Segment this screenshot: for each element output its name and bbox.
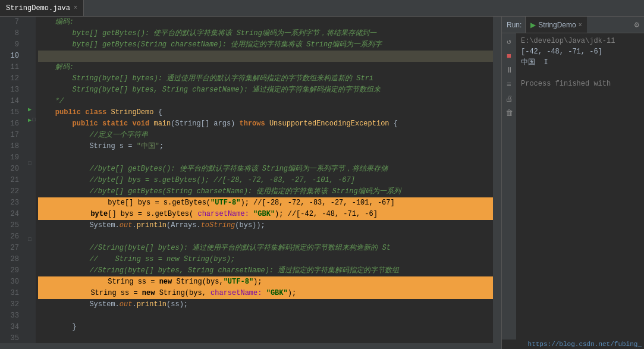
ln-31: 31 bbox=[5, 288, 19, 299]
run-output-3: 中国 I bbox=[521, 57, 639, 68]
gutter-32 bbox=[24, 288, 36, 299]
ln-21: 21 bbox=[5, 175, 19, 186]
code-line-10 bbox=[38, 51, 493, 62]
code-line-8: byte[] getBytes(): 使平台的默认字符集将该 String编码为… bbox=[38, 28, 493, 39]
gutter-11 bbox=[24, 60, 36, 71]
run-print-button[interactable]: 🖨 bbox=[503, 93, 515, 105]
ln-32: 32 bbox=[5, 299, 19, 310]
run-sidebar: ↺ ■ ⏸ ≡ 🖨 🗑 bbox=[502, 33, 516, 339]
file-tab[interactable]: StringDemo.java × bbox=[0, 0, 84, 16]
ln-34: 34 bbox=[5, 322, 19, 333]
run-restart-button[interactable]: ↺ bbox=[503, 36, 515, 48]
run-label: Run: bbox=[507, 21, 522, 29]
ln-19: 19 bbox=[5, 152, 19, 164]
ln-14: 14 bbox=[5, 96, 19, 107]
tab-close-icon[interactable]: × bbox=[74, 5, 77, 11]
code-line-21: //byte[] bys = s.getBytes(); //[-28, -72… bbox=[38, 175, 493, 186]
bottom-scrollbar[interactable] bbox=[0, 343, 501, 349]
run-scroll-button[interactable]: ≡ bbox=[503, 78, 515, 90]
code-line-34: } bbox=[38, 322, 493, 333]
run-output-4 bbox=[521, 68, 639, 78]
code-line-12: String(byte[] bytes): 通过使用平台的默认字符集解码指定的字… bbox=[38, 73, 493, 84]
code-line-33 bbox=[38, 310, 493, 322]
gutter-30 bbox=[24, 267, 36, 278]
run-output-5: Process finished with bbox=[521, 78, 639, 89]
gutter-17 bbox=[24, 125, 36, 136]
run-arrow-15[interactable]: ▶ bbox=[24, 103, 36, 114]
code-line-27: //String(byte[] bytes): 通过使用平台的默认字符集解码指定… bbox=[38, 243, 493, 254]
gutter-10 bbox=[24, 49, 36, 60]
ln-12: 12 bbox=[5, 73, 19, 84]
gutter-7 bbox=[24, 17, 36, 27]
ln-16: 16 bbox=[5, 118, 19, 130]
code-line-24: byte[] bys = s.getBytes( charsetName: "G… bbox=[38, 209, 493, 220]
ln-10: 10 bbox=[5, 51, 19, 62]
code-line-14: */ bbox=[38, 96, 493, 107]
run-pause-button[interactable]: ⏸ bbox=[503, 64, 515, 76]
code-line-35 bbox=[38, 333, 493, 343]
run-arrow-16[interactable]: ▶ bbox=[28, 117, 32, 124]
ln-18: 18 bbox=[5, 141, 19, 152]
gutter-20: □ bbox=[24, 158, 36, 169]
run-tab[interactable]: ▶ StringDemo × bbox=[525, 17, 586, 33]
fold-icon-27[interactable]: □ bbox=[28, 237, 31, 243]
ln-29: 29 bbox=[5, 265, 19, 276]
gutter-19 bbox=[24, 147, 36, 158]
ln-28: 28 bbox=[5, 254, 19, 265]
gutter-18 bbox=[24, 136, 36, 147]
gutter-9 bbox=[24, 39, 36, 49]
gutter-35 bbox=[24, 321, 36, 332]
gutter-29 bbox=[24, 256, 36, 267]
ln-13: 13 bbox=[5, 84, 19, 96]
code-line-9: byte[] getBytes(String charsetName): 使用指… bbox=[38, 39, 493, 51]
editor-scrollbar[interactable] bbox=[493, 17, 501, 343]
run-output-2: [-42, -48, -71, -6] bbox=[521, 46, 639, 57]
ln-17: 17 bbox=[5, 130, 19, 141]
code-line-20: //byte[] getBytes(): 使平台的默认字符集将该 String编… bbox=[38, 164, 493, 175]
ln-11: 11 bbox=[5, 62, 19, 73]
ln-22: 22 bbox=[5, 186, 19, 197]
gutter: ▶ ▶ □ □ □ bbox=[24, 17, 36, 343]
gutter-25 bbox=[24, 212, 36, 223]
code-line-17: //定义一个字符串 bbox=[38, 130, 493, 141]
run-tab-close[interactable]: × bbox=[579, 21, 582, 28]
gutter-22 bbox=[24, 180, 36, 190]
ln-26: 26 bbox=[5, 231, 19, 243]
code-line-30: String ss = new String(bys,"UTF-8"); bbox=[38, 276, 493, 288]
code-line-7: 编码: bbox=[38, 17, 493, 28]
gutter-8 bbox=[24, 27, 36, 38]
fold-icon-20[interactable]: □ bbox=[28, 161, 31, 166]
gutter-13 bbox=[24, 82, 36, 93]
ln-9: 9 bbox=[5, 39, 19, 51]
run-content: E:\develop\Java\jdk-11 [-42, -48, -71, -… bbox=[516, 33, 644, 339]
ln-35: 35 bbox=[5, 333, 19, 343]
ln-27: 27 bbox=[5, 243, 19, 254]
gutter-33 bbox=[24, 300, 36, 310]
code-line-26 bbox=[38, 231, 493, 243]
code-container: 7 8 9 10 11 12 13 14 15 16 17 18 19 20 2… bbox=[0, 17, 501, 343]
gutter-21 bbox=[24, 169, 36, 180]
code-line-18: String s = "中国"; bbox=[38, 141, 493, 152]
main-layout: 7 8 9 10 11 12 13 14 15 16 17 18 19 20 2… bbox=[0, 17, 644, 349]
code-line-11: 解码: bbox=[38, 62, 493, 73]
bottom-link[interactable]: https://blog.csdn.net/fubing_ bbox=[502, 339, 644, 349]
run-clear-button[interactable]: 🗑 bbox=[503, 107, 515, 119]
gutter-31 bbox=[24, 278, 36, 288]
tab-label: StringDemo.java bbox=[6, 4, 70, 12]
code-line-22: //byte[] getBytes(String charsetName): 使… bbox=[38, 186, 493, 197]
fold-icon-16[interactable]: □ bbox=[33, 117, 36, 123]
gutter-36 bbox=[24, 332, 36, 343]
ln-33: 33 bbox=[5, 310, 19, 322]
run-icon: ▶ bbox=[530, 21, 536, 29]
code-line-16: public static void main(String[] args) t… bbox=[38, 118, 493, 130]
editor-area: 7 8 9 10 11 12 13 14 15 16 17 18 19 20 2… bbox=[0, 17, 501, 349]
run-gear-icon[interactable]: ⚙ bbox=[634, 20, 639, 30]
ln-23: 23 bbox=[5, 197, 19, 209]
run-stop-button[interactable]: ■ bbox=[503, 50, 515, 62]
code-line-19 bbox=[38, 152, 493, 164]
ln-25: 25 bbox=[5, 220, 19, 231]
code-line-28: // String ss = new String(bys); bbox=[38, 254, 493, 265]
code-line-13: String(byte[] bytes, String charsetName)… bbox=[38, 84, 493, 96]
code-line-23: byte[] bys = s.getBytes("UTF-8"); //[-28… bbox=[38, 197, 493, 209]
code-line-31: String ss = new String(bys, charsetName:… bbox=[38, 288, 493, 299]
